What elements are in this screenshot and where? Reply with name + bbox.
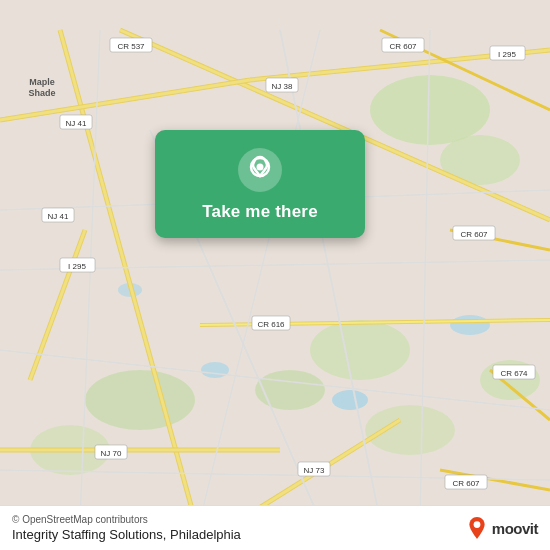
moovit-pin-icon: [466, 517, 488, 539]
svg-point-4: [365, 405, 455, 455]
svg-text:I 295: I 295: [68, 262, 86, 271]
svg-point-8: [332, 390, 368, 410]
svg-point-0: [370, 75, 490, 145]
svg-text:NJ 73: NJ 73: [304, 466, 325, 475]
bottom-bar: © OpenStreetMap contributors Integrity S…: [0, 505, 550, 550]
bottom-left: © OpenStreetMap contributors Integrity S…: [12, 514, 241, 542]
map-container: CR 537 CR 607 NJ 41 NJ 38 I 295 NJ 41 CR…: [0, 0, 550, 550]
svg-text:I 295: I 295: [498, 50, 516, 59]
svg-line-21: [30, 230, 85, 380]
svg-text:NJ 70: NJ 70: [101, 449, 122, 458]
svg-point-6: [85, 370, 195, 430]
svg-text:Shade: Shade: [28, 88, 55, 98]
moovit-text: moovit: [492, 520, 538, 537]
svg-text:CR 607: CR 607: [460, 230, 488, 239]
moovit-logo: moovit: [466, 517, 538, 539]
popup-card: Take me there: [155, 130, 365, 238]
svg-point-9: [201, 362, 229, 378]
svg-point-71: [257, 164, 264, 171]
svg-text:Maple: Maple: [29, 77, 55, 87]
svg-point-2: [310, 320, 410, 380]
location-name: Integrity Staffing Solutions, Philadelph…: [12, 527, 241, 542]
map-svg: CR 537 CR 607 NJ 41 NJ 38 I 295 NJ 41 CR…: [0, 0, 550, 550]
svg-text:CR 616: CR 616: [257, 320, 285, 329]
svg-text:NJ 41: NJ 41: [48, 212, 69, 221]
svg-text:NJ 38: NJ 38: [272, 82, 293, 91]
svg-text:CR 607: CR 607: [452, 479, 480, 488]
svg-point-3: [255, 370, 325, 410]
svg-text:CR 537: CR 537: [117, 42, 145, 51]
svg-text:NJ 41: NJ 41: [66, 119, 87, 128]
svg-text:CR 607: CR 607: [389, 42, 417, 51]
svg-point-72: [473, 521, 480, 528]
svg-point-10: [450, 315, 490, 335]
location-pin-icon: [238, 148, 282, 192]
svg-line-37: [200, 30, 320, 520]
take-me-there-button[interactable]: Take me there: [202, 202, 318, 222]
svg-text:CR 674: CR 674: [500, 369, 528, 378]
svg-line-33: [280, 30, 380, 520]
osm-credit: © OpenStreetMap contributors: [12, 514, 241, 525]
